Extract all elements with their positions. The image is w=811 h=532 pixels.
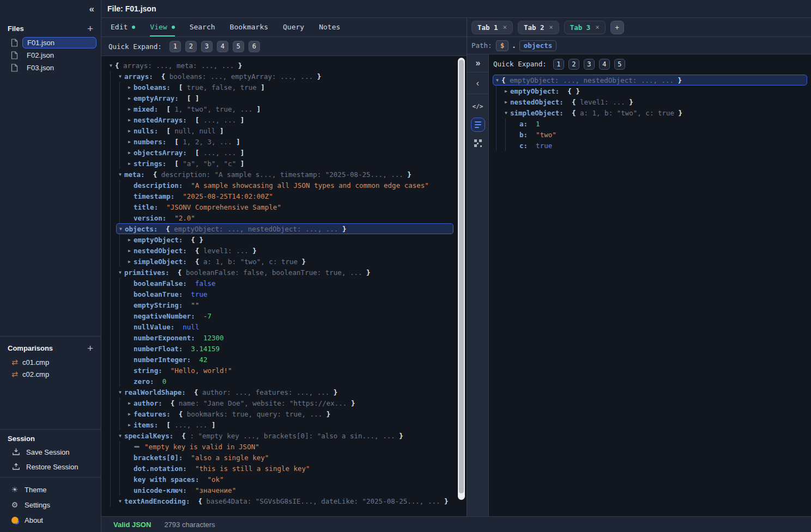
quick-expand-level-button[interactable]: 6 <box>249 41 260 52</box>
tab-tab-1[interactable]: Tab 1× <box>471 21 513 34</box>
add-file-button[interactable]: + <box>87 23 93 34</box>
expand-node-icon[interactable] <box>125 237 134 242</box>
path-segment-objects[interactable]: objects <box>519 40 557 51</box>
menu-item-bookmarks[interactable]: Bookmarks <box>230 18 268 36</box>
footer-item[interactable]: About <box>0 512 101 528</box>
collapse-panel-icon[interactable]: ‹ <box>467 72 488 94</box>
tree-row[interactable]: objectsArray: [ ..., ... ] <box>125 147 453 158</box>
add-comparison-button[interactable]: + <box>87 343 93 353</box>
quick-expand-level-button[interactable]: 2 <box>568 59 579 70</box>
comparison-item[interactable]: ⇄c02.cmp <box>0 368 101 380</box>
collapse-node-icon[interactable] <box>116 433 124 438</box>
collapse-node-icon[interactable] <box>116 499 124 504</box>
tree-row[interactable]: { arrays: ..., meta: ..., ... } <box>107 60 453 71</box>
tree-row[interactable]: emptyArray: [ ] <box>125 93 453 103</box>
tree-row[interactable]: items: [ ..., ... ] <box>125 419 453 430</box>
tree-row[interactable]: textAndEncoding: { base64Data: "SGVsbG8s… <box>116 496 453 506</box>
tab-tab-2[interactable]: Tab 2× <box>518 21 559 34</box>
collapse-node-icon[interactable] <box>107 63 115 68</box>
tree-row[interactable]: "empty key is valid in JSON" <box>125 441 453 452</box>
close-tab-icon[interactable]: × <box>549 23 553 31</box>
tree-row[interactable]: arrays: { booleans: ..., emptyArray: ...… <box>116 71 453 82</box>
tree-row[interactable]: primitives: { booleanFalse: false, boole… <box>116 267 453 278</box>
expand-node-icon[interactable] <box>125 259 134 264</box>
footer-item[interactable]: ⚙Settings <box>0 497 101 512</box>
comparison-item[interactable]: ⇄c01.cmp <box>0 356 101 368</box>
quick-expand-level-button[interactable]: 4 <box>217 41 228 52</box>
expand-node-icon[interactable] <box>125 150 134 155</box>
expand-node-icon[interactable] <box>125 107 134 112</box>
quick-expand-level-button[interactable]: 2 <box>185 41 197 52</box>
tree-row[interactable]: strings: [ "a", "b", "c" ] <box>125 158 453 169</box>
tree-row[interactable]: meta: { description: "A sample s..., tim… <box>116 169 453 180</box>
expand-node-icon[interactable] <box>125 129 134 133</box>
menu-item-query[interactable]: Query <box>283 18 304 36</box>
tab-tab-3[interactable]: Tab 3× <box>564 21 606 34</box>
expand-node-icon[interactable] <box>125 139 134 144</box>
grid-view-icon[interactable] <box>474 139 482 147</box>
tree-row[interactable]: { emptyObject: ..., nestedObject: ..., .… <box>493 75 807 85</box>
menu-item-view[interactable]: View <box>150 18 174 36</box>
tree-row[interactable]: dot.notation: "this is still a single ke… <box>125 463 453 474</box>
close-tab-icon[interactable]: × <box>595 23 599 31</box>
close-tab-icon[interactable]: × <box>503 23 507 31</box>
tree-row[interactable]: booleanFalse: false <box>125 278 453 289</box>
tree-row[interactable]: nestedArrays: [ ..., ... ] <box>125 114 453 125</box>
tree-row[interactable]: version: "2.0" <box>125 212 453 223</box>
scrollbar-thumb[interactable] <box>459 60 464 493</box>
tree-row[interactable]: zero: 0 <box>125 376 453 387</box>
tree-row[interactable]: emptyString: "" <box>125 299 453 310</box>
expand-node-icon[interactable] <box>125 161 134 166</box>
tree-row[interactable]: key with spaces: "ok" <box>125 474 453 485</box>
expand-node-icon[interactable] <box>125 118 134 123</box>
code-view-icon[interactable]: </> <box>473 103 483 110</box>
tree-row[interactable]: author: { name: "Jane Doe", website: "ht… <box>125 398 453 408</box>
tree-row[interactable]: nulls: [ null, null ] <box>125 125 453 136</box>
tree-row[interactable]: specialKeys: { : "empty key ..., bracket… <box>116 430 453 441</box>
tree-row[interactable]: features: { bookmarks: true, query: true… <box>125 408 453 419</box>
expand-node-icon[interactable] <box>125 423 134 427</box>
tree-row[interactable]: booleanTrue: true <box>125 289 453 299</box>
tree-row[interactable]: c: true <box>511 140 807 151</box>
expand-node-icon[interactable] <box>502 100 510 105</box>
collapse-node-icon[interactable] <box>116 172 124 177</box>
quick-expand-level-button[interactable]: 4 <box>599 59 610 70</box>
collapse-node-icon[interactable] <box>116 74 124 79</box>
quick-expand-level-button[interactable]: 3 <box>201 41 213 52</box>
expand-node-icon[interactable] <box>125 401 134 406</box>
add-tab-button[interactable]: + <box>610 21 624 34</box>
tree-row[interactable]: description: "A sample showcasing all JS… <box>125 180 453 191</box>
quick-expand-level-button[interactable]: 5 <box>233 41 244 52</box>
collapse-node-icon[interactable] <box>116 390 124 395</box>
tree-row[interactable]: numbers: [ 1, 2, 3, ... ] <box>125 136 453 147</box>
quick-expand-level-button[interactable]: 3 <box>584 59 595 70</box>
menu-item-edit[interactable]: Edit <box>111 18 135 36</box>
tree-row[interactable]: unicode-ключ: "значение" <box>125 485 453 496</box>
expand-node-icon[interactable] <box>125 412 134 417</box>
session-action[interactable]: Save Session <box>0 445 101 460</box>
tree-row[interactable]: title: "JSONV Comprehensive Sample" <box>125 201 453 212</box>
path-segment-root[interactable]: $ <box>496 40 509 51</box>
collapse-node-icon[interactable] <box>116 270 124 275</box>
tree-row[interactable]: string: "Hello, world!" <box>125 365 453 376</box>
tree-row[interactable]: b: "two" <box>511 129 807 140</box>
session-action[interactable]: Restore Session <box>0 460 101 474</box>
tree-row[interactable]: numberInteger: 42 <box>125 354 453 365</box>
list-view-icon[interactable] <box>471 118 485 132</box>
tree-row[interactable]: nullValue: null <box>125 321 453 332</box>
quick-expand-level-button[interactable]: 5 <box>614 59 625 70</box>
tree-row[interactable]: a: 1 <box>511 118 807 129</box>
footer-item[interactable]: ☀Theme <box>0 482 101 497</box>
quick-expand-level-button[interactable]: 1 <box>170 41 181 52</box>
tree-row[interactable]: emptyObject: { } <box>502 85 807 96</box>
expand-node-icon[interactable] <box>125 85 134 90</box>
menu-item-notes[interactable]: Notes <box>319 18 340 36</box>
file-item[interactable]: F01.json <box>0 36 101 49</box>
tree-row[interactable]: booleans: [ true, false, true ] <box>125 82 453 93</box>
tree-row[interactable]: timestamp: "2025-08-25T14:02:00Z" <box>125 191 453 201</box>
expand-node-icon[interactable] <box>125 248 134 253</box>
tree-row[interactable]: emptyObject: { } <box>125 234 453 245</box>
expand-node-icon[interactable] <box>502 89 510 94</box>
tree-row[interactable]: simpleObject: { a: 1, b: "two", c: true … <box>125 256 453 267</box>
collapse-node-icon[interactable] <box>502 111 510 115</box>
